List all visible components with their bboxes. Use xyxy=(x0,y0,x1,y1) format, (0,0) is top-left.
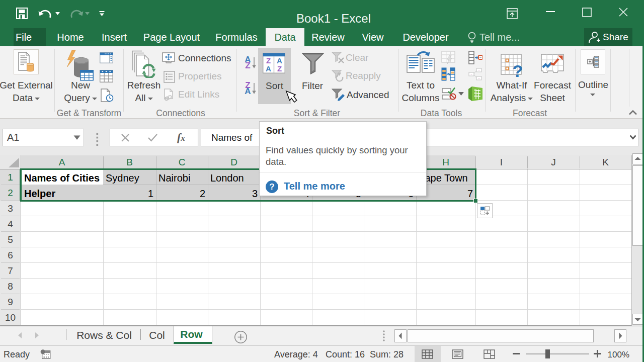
svg-text:?: ? xyxy=(513,61,523,79)
svg-text:A: A xyxy=(277,56,282,65)
svg-text:A: A xyxy=(266,64,271,73)
svg-text:Z: Z xyxy=(266,56,271,65)
svg-text:Z: Z xyxy=(277,64,282,73)
